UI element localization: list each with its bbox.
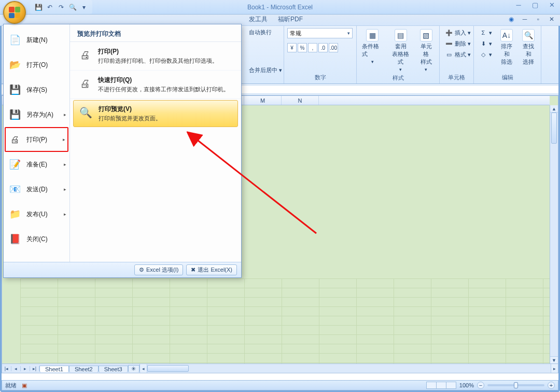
ribbon-close-button[interactable]: ✕ xyxy=(548,16,556,23)
decrease-decimal-button[interactable]: .00 xyxy=(329,43,338,52)
hscroll-thumb[interactable] xyxy=(147,365,189,372)
menu-close[interactable]: 📕关闭(C) xyxy=(5,227,68,251)
percent-button[interactable]: % xyxy=(298,43,307,52)
menu-prepare[interactable]: 📝准备(E)▸ xyxy=(5,152,68,177)
clear-button[interactable]: ◇▾ xyxy=(477,50,494,59)
menu-new[interactable]: 📄新建(N) xyxy=(5,27,68,52)
merge-center-button[interactable]: 合并后居中 ▾ xyxy=(247,66,284,75)
clear-icon: ◇ xyxy=(479,50,487,59)
last-sheet-button[interactable]: ▸| xyxy=(30,366,39,371)
prev-sheet-button[interactable]: ◂ xyxy=(11,366,21,371)
office-button[interactable] xyxy=(3,1,26,24)
send-icon: 📧 xyxy=(8,182,22,197)
sheet-tab-2[interactable]: Sheet2 xyxy=(69,366,99,372)
fill-button[interactable]: ⬇▾ xyxy=(477,39,494,48)
sheet-tab-1[interactable]: Sheet1 xyxy=(39,366,69,372)
office-menu-right: 预览并打印文档 🖨 打印(P)打印前选择打印机、打印份数及其他打印选项。 🖨 快… xyxy=(70,24,241,262)
zoom-out-button[interactable]: − xyxy=(477,382,484,389)
print-icon: 🖨 xyxy=(8,132,22,147)
menu-send[interactable]: 📧发送(D)▸ xyxy=(5,177,68,202)
horizontal-scrollbar[interactable]: ◂ ▸ xyxy=(139,364,558,373)
scroll-up-button[interactable]: ▲ xyxy=(550,105,558,113)
autosum-button[interactable]: Σ▾ xyxy=(477,28,494,37)
minimize-button[interactable]: ─ xyxy=(513,1,524,9)
submenu-print[interactable]: 🖨 打印(P)打印前选择打印机、打印份数及其他打印选项。 xyxy=(70,42,241,71)
group-label-editing: 编辑 xyxy=(477,73,538,82)
page-break-view-button[interactable] xyxy=(446,382,456,389)
menu-save[interactable]: 💾保存(S) xyxy=(5,77,68,102)
new-sheet-button[interactable]: ✳ xyxy=(128,365,139,372)
prepare-icon: 📝 xyxy=(8,157,22,172)
table-format-button[interactable]: ▤套用 表格格式▾ xyxy=(388,28,413,73)
menu-print[interactable]: 🖨打印(P)▸ xyxy=(5,127,68,152)
next-sheet-button[interactable]: ▸ xyxy=(21,366,30,371)
sheet-tab-bar: |◂ ◂ ▸ ▸| Sheet1 Sheet2 Sheet3 ✳ xyxy=(2,364,139,373)
scroll-left-button[interactable]: ◂ xyxy=(140,364,147,373)
chevron-right-icon: ▸ xyxy=(64,212,66,217)
find-icon: 🔍 xyxy=(522,29,535,41)
tab-developer[interactable]: 发工具 xyxy=(244,13,273,25)
status-bar: 就绪 ▣ 100% − + xyxy=(2,380,558,390)
preview-icon[interactable]: 🔍 xyxy=(68,3,77,11)
number-format-combo[interactable]: 常规▾ xyxy=(287,28,353,38)
zoom-level[interactable]: 100% xyxy=(459,382,474,388)
zoom-slider[interactable] xyxy=(487,384,544,386)
fill-icon: ⬇ xyxy=(479,39,487,48)
find-select-button[interactable]: 🔍查找和 选择 xyxy=(519,28,538,67)
menu-publish[interactable]: 📁发布(U)▸ xyxy=(5,202,68,227)
tab-foxit[interactable]: 福昕PDF xyxy=(273,13,308,25)
comma-button[interactable]: , xyxy=(308,43,317,52)
saveas-icon: 💾 xyxy=(8,107,22,122)
column-header[interactable]: M xyxy=(244,96,282,105)
first-sheet-button[interactable]: |◂ xyxy=(2,366,11,371)
table-format-icon: ▤ xyxy=(395,29,407,41)
exit-excel-button[interactable]: ✖退出 Excel(X) xyxy=(186,264,237,275)
quick-print-icon: 🖨 xyxy=(77,76,93,91)
conditional-format-button[interactable]: ▦条件格式▾ xyxy=(360,28,385,65)
zoom-in-button[interactable]: + xyxy=(548,382,555,389)
ribbon-minimize-button[interactable]: ─ xyxy=(521,16,529,23)
column-header[interactable]: N xyxy=(282,96,319,105)
ribbon-restore-button[interactable]: ▫ xyxy=(534,16,542,23)
close-doc-icon: 📕 xyxy=(8,232,22,246)
new-icon: 📄 xyxy=(8,33,22,47)
format-cells-button[interactable]: ▭格式 ▾ xyxy=(443,50,473,59)
chevron-right-icon: ▸ xyxy=(64,162,66,167)
group-label-cells: 单元格 xyxy=(443,73,470,82)
submenu-print-preview[interactable]: 🔍 打印预览(V)打印前预览并更改页面。 xyxy=(73,100,238,127)
normal-view-button[interactable] xyxy=(426,382,437,389)
maximize-button[interactable]: ▢ xyxy=(530,1,540,9)
macro-record-icon[interactable]: ▣ xyxy=(22,382,27,389)
cell-styles-button[interactable]: ▧单元格 样式▾ xyxy=(416,28,436,73)
exit-icon: ✖ xyxy=(191,267,195,273)
vscroll-thumb[interactable] xyxy=(551,113,557,144)
submenu-quick-print[interactable]: 🖨 快速打印(Q)不进行任何更改，直接将工作簿发送到默认打印机。 xyxy=(70,71,241,99)
page-layout-view-button[interactable] xyxy=(436,382,446,389)
delete-icon: ➖ xyxy=(445,39,453,48)
chevron-right-icon: ▸ xyxy=(64,187,66,192)
redo-icon[interactable]: ↷ xyxy=(57,3,65,11)
view-buttons[interactable] xyxy=(427,382,456,389)
scroll-right-button[interactable]: ▸ xyxy=(551,364,558,373)
vertical-scrollbar[interactable]: ▲ ▼ xyxy=(550,105,558,363)
save-icon[interactable]: 💾 xyxy=(34,3,43,11)
scroll-down-button[interactable]: ▼ xyxy=(550,356,558,363)
wrap-text-button[interactable]: 自动换行 xyxy=(247,28,274,37)
office-menu: 📄新建(N) 📂打开(O) 💾保存(S) 💾另存为(A)▸ 🖨打印(P)▸ 📝准… xyxy=(3,24,242,278)
increase-decimal-button[interactable]: .0 xyxy=(318,43,328,52)
options-icon: ⚙ xyxy=(139,267,144,273)
group-label-number: 数字 xyxy=(287,73,353,82)
sheet-tab-3[interactable]: Sheet3 xyxy=(99,366,128,372)
menu-save-as[interactable]: 💾另存为(A)▸ xyxy=(5,102,68,127)
menu-open[interactable]: 📂打开(O) xyxy=(5,52,68,77)
insert-cells-button[interactable]: ➕插入 ▾ xyxy=(443,28,473,37)
sort-filter-button[interactable]: A↓排序和 筛选 xyxy=(497,28,516,67)
qat-dropdown-icon[interactable]: ▾ xyxy=(80,3,88,11)
excel-options-button[interactable]: ⚙Excel 选项(I) xyxy=(134,264,183,275)
delete-cells-button[interactable]: ➖删除 ▾ xyxy=(443,39,473,48)
undo-icon[interactable]: ↶ xyxy=(46,3,54,11)
help-icon[interactable]: ◉ xyxy=(507,16,515,23)
close-button[interactable]: ✕ xyxy=(547,1,557,9)
chevron-right-icon: ▸ xyxy=(63,137,65,142)
currency-button[interactable]: ¥ xyxy=(287,43,297,52)
